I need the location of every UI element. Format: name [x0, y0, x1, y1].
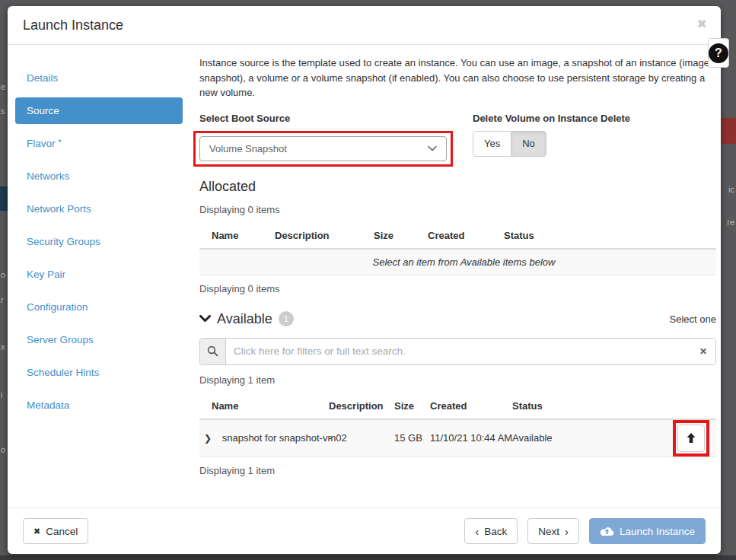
delete-volume-toggle: Yes No [473, 131, 630, 157]
sidebar-item-security-groups[interactable]: Security Groups [15, 228, 183, 255]
row-expander-icon[interactable]: ❯ [204, 433, 212, 444]
annotation-box-allocate-button [673, 420, 709, 457]
available-count-badge: 1 [279, 311, 294, 326]
sidebar-item-metadata[interactable]: Metadata [15, 392, 183, 418]
delete-volume-label: Delete Volume on Instance Delete [473, 113, 630, 124]
chevron-down-icon [428, 145, 437, 151]
available-col-created: Created [418, 393, 500, 419]
chevron-left-icon: ‹ [475, 526, 479, 537]
sidebar-item-network-ports[interactable]: Network Ports [15, 196, 183, 222]
delete-volume-no-button[interactable]: No [511, 131, 546, 157]
boot-source-value: Volume Snapshot [209, 143, 287, 154]
snapshot-size: 15 GB [382, 419, 418, 457]
cancel-x-icon: ✖ [33, 527, 40, 536]
sidebar-item-server-groups[interactable]: Server Groups [15, 326, 183, 353]
allocated-col-description: Description [263, 223, 362, 249]
available-col-description: Description [317, 393, 382, 419]
step-description: Instance source is the template used to … [199, 54, 716, 100]
allocated-empty-row: Select an item from Available items belo… [199, 249, 716, 275]
table-row: ❯ snapshot for snapshot-vm02 - 15 GB 11/… [199, 419, 716, 457]
available-col-size: Size [382, 393, 418, 419]
bg-text-fragment: ic [728, 185, 734, 194]
allocated-empty-text: Select an item from Available items belo… [199, 249, 716, 275]
available-table: Name Description Size Created Status ❯ s… [199, 393, 716, 458]
collapse-chevron-icon[interactable] [199, 315, 211, 323]
allocate-up-arrow-button[interactable] [677, 425, 705, 452]
modal-footer: ✖ Cancel ‹ Back Next › Launch Instance [8, 508, 721, 554]
bg-text-fragment: re [727, 218, 734, 227]
allocated-col-status: Status [492, 223, 716, 249]
allocated-count-bottom: Displaying 0 items [199, 283, 716, 294]
cloud-upload-icon [600, 526, 614, 536]
chevron-right-icon: › [565, 526, 569, 537]
bg-navy-block [0, 186, 8, 211]
search-icon [200, 339, 226, 364]
modal-title: Launch Instance [23, 18, 706, 33]
bg-bottom-band [0, 555, 736, 560]
modal-header: Launch Instance ✖ [8, 6, 721, 45]
allocated-col-created: Created [416, 223, 492, 249]
boot-source-label: Select Boot Source [199, 113, 473, 124]
search-clear-icon[interactable]: ✕ [691, 339, 715, 364]
wizard-sidebar: Details Source Flavor * Networks Network… [15, 54, 183, 508]
sidebar-item-flavor[interactable]: Flavor * [15, 130, 183, 157]
bg-text-fragment: o [1, 270, 5, 279]
launch-instance-button[interactable]: Launch Instance [589, 518, 706, 544]
up-arrow-icon [686, 432, 696, 444]
annotation-box-boot-source: Volume Snapshot [193, 131, 453, 167]
select-one-hint: Select one [670, 313, 716, 325]
snapshot-created: 11/10/21 10:44 AM [418, 419, 500, 457]
allocated-col-size: Size [362, 223, 416, 249]
search-bar: ✕ [199, 338, 716, 365]
required-star: * [58, 138, 61, 147]
next-button[interactable]: Next › [527, 518, 579, 544]
bg-text-fragment: e [1, 82, 5, 91]
sidebar-item-details[interactable]: Details [15, 65, 183, 91]
source-step-content: Instance source is the template used to … [199, 54, 718, 508]
bg-red-block [721, 118, 736, 144]
available-heading: Available [217, 311, 272, 327]
bg-text-fragment: s [1, 107, 5, 116]
sidebar-item-networks[interactable]: Networks [15, 163, 183, 189]
available-count-bottom: Displaying 1 item [199, 465, 716, 476]
bg-text-fragment: r [1, 295, 4, 304]
bg-text-fragment: i [1, 390, 2, 399]
available-col-status: Status [500, 393, 671, 419]
allocated-col-name: Name [199, 223, 263, 249]
allocated-table: Name Description Size Created Status Sel… [199, 223, 716, 275]
launch-instance-modal: Launch Instance ✖ Details Source Flavor … [8, 6, 721, 554]
search-input[interactable] [226, 339, 691, 364]
available-col-name: Name [199, 393, 317, 419]
help-button[interactable]: ? [708, 38, 729, 68]
cancel-button[interactable]: ✖ Cancel [23, 518, 88, 544]
snapshot-status: Available [500, 419, 671, 457]
boot-source-select[interactable]: Volume Snapshot [199, 136, 447, 161]
sidebar-item-configuration[interactable]: Configuration [15, 294, 183, 320]
delete-volume-yes-button[interactable]: Yes [473, 131, 511, 157]
bg-text-fragment: x [1, 342, 5, 352]
sidebar-item-source[interactable]: Source [15, 97, 183, 124]
back-button[interactable]: ‹ Back [464, 518, 518, 544]
help-icon: ? [709, 43, 728, 63]
allocated-heading: Allocated [199, 179, 716, 195]
close-icon[interactable]: ✖ [697, 18, 707, 30]
sidebar-item-key-pair[interactable]: Key Pair [15, 261, 183, 288]
available-count-top: Displaying 1 item [199, 374, 716, 386]
sidebar-item-scheduler-hints[interactable]: Scheduler Hints [15, 359, 183, 386]
allocated-count-top: Displaying 0 items [199, 204, 716, 215]
bg-text-fragment: o [1, 445, 5, 454]
